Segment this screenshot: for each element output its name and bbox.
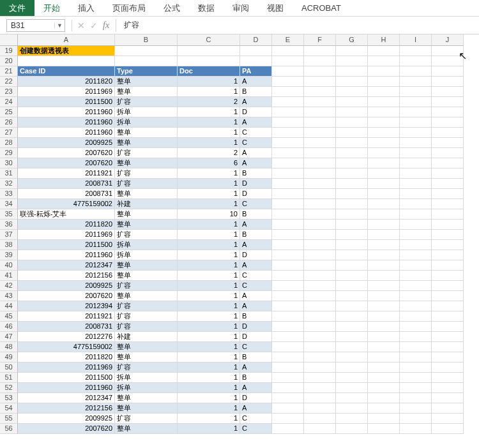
cell[interactable]	[304, 107, 336, 117]
cell[interactable]	[336, 128, 368, 138]
cell[interactable]	[240, 56, 272, 66]
cell[interactable]	[368, 117, 400, 128]
cell-pa[interactable]: B	[240, 230, 272, 240]
cell-case-id[interactable]: 2012394	[18, 301, 115, 311]
cell-doc[interactable]: 1	[178, 117, 240, 128]
cell-doc[interactable]: 1	[178, 189, 240, 199]
cell-pa[interactable]: A	[240, 362, 272, 373]
row-header[interactable]: 20	[0, 56, 18, 66]
row-header[interactable]: 52	[0, 383, 18, 393]
cell-pa[interactable]: A	[240, 240, 272, 250]
cell[interactable]	[336, 311, 368, 322]
row-header[interactable]: 40	[0, 260, 18, 271]
cell[interactable]	[304, 138, 336, 148]
cell[interactable]	[336, 87, 368, 97]
cell[interactable]	[432, 87, 464, 97]
row-header[interactable]: 47	[0, 332, 18, 342]
fx-icon[interactable]: fx	[103, 20, 109, 31]
cell[interactable]	[368, 424, 400, 434]
cell[interactable]	[400, 107, 432, 117]
cell[interactable]	[304, 332, 336, 342]
cell[interactable]	[304, 250, 336, 260]
row-header[interactable]: 24	[0, 97, 18, 107]
cell[interactable]	[304, 383, 336, 393]
cell[interactable]	[432, 271, 464, 281]
cell[interactable]	[115, 56, 178, 66]
cell-type[interactable]: 补建	[115, 332, 178, 342]
cell[interactable]	[368, 56, 400, 66]
cell[interactable]	[400, 332, 432, 342]
cell[interactable]	[400, 291, 432, 301]
cell[interactable]	[400, 117, 432, 128]
cell-doc[interactable]: 1	[178, 179, 240, 189]
cell[interactable]	[432, 332, 464, 342]
cell-case-id[interactable]: 2011960	[18, 107, 115, 117]
cell[interactable]	[304, 97, 336, 107]
cell[interactable]	[272, 322, 304, 332]
cell-pa[interactable]: D	[240, 250, 272, 260]
cell[interactable]	[336, 342, 368, 352]
cell[interactable]	[400, 383, 432, 393]
cell-case-id[interactable]: 2007620	[18, 424, 115, 434]
cell[interactable]	[304, 342, 336, 352]
cell-pa[interactable]: B	[240, 311, 272, 322]
cell[interactable]	[272, 240, 304, 250]
cell[interactable]	[272, 271, 304, 281]
cell[interactable]	[400, 168, 432, 179]
cell[interactable]	[400, 148, 432, 158]
cell-pa[interactable]: A	[240, 383, 272, 393]
cell[interactable]	[368, 352, 400, 362]
cell[interactable]	[400, 179, 432, 189]
cell-case-id[interactable]: 2007620	[18, 148, 115, 158]
cell[interactable]	[368, 179, 400, 189]
column-header[interactable]: A	[18, 34, 115, 46]
cell-pa[interactable]: C	[240, 414, 272, 424]
ribbon-tab[interactable]: 数据	[189, 0, 224, 16]
cell[interactable]	[304, 301, 336, 311]
cell-case-id[interactable]: 2007620	[18, 158, 115, 168]
cell[interactable]	[368, 301, 400, 311]
cell[interactable]	[304, 168, 336, 179]
cell[interactable]	[368, 271, 400, 281]
cell-pa[interactable]: D	[240, 189, 272, 199]
cell-doc[interactable]: 1	[178, 403, 240, 414]
cell-doc[interactable]: 1	[178, 271, 240, 281]
cell-type[interactable]: 整单	[115, 260, 178, 271]
cell[interactable]	[272, 393, 304, 403]
row-header[interactable]: 26	[0, 117, 18, 128]
cell-case-id[interactable]: 2012276	[18, 332, 115, 342]
cell-pa[interactable]: B	[240, 168, 272, 179]
cell[interactable]	[400, 77, 432, 87]
cell[interactable]	[432, 383, 464, 393]
cell[interactable]	[368, 322, 400, 332]
column-header[interactable]: G	[336, 34, 368, 46]
cell[interactable]	[272, 117, 304, 128]
row-header[interactable]: 49	[0, 352, 18, 362]
cell[interactable]	[400, 352, 432, 362]
cell-type[interactable]: 整单	[115, 271, 178, 281]
cell[interactable]	[304, 158, 336, 168]
cell[interactable]	[304, 199, 336, 209]
cell[interactable]	[400, 250, 432, 260]
cell-type[interactable]: 整单	[115, 291, 178, 301]
column-header[interactable]: H	[368, 34, 400, 46]
cell[interactable]	[432, 138, 464, 148]
row-header[interactable]: 19	[0, 46, 18, 56]
cell-doc[interactable]: 1	[178, 77, 240, 87]
cell[interactable]	[272, 424, 304, 434]
row-header[interactable]: 31	[0, 168, 18, 179]
cell-pa[interactable]: A	[240, 260, 272, 271]
cell[interactable]	[336, 383, 368, 393]
cell[interactable]	[272, 403, 304, 414]
cell[interactable]	[272, 46, 304, 56]
cell[interactable]	[336, 46, 368, 56]
cell[interactable]	[400, 220, 432, 230]
cell-type[interactable]: 整单	[115, 220, 178, 230]
row-header[interactable]: 21	[0, 66, 18, 77]
row-header[interactable]: 28	[0, 138, 18, 148]
cell[interactable]	[400, 301, 432, 311]
cell[interactable]	[304, 281, 336, 291]
cell-case-id[interactable]: 2011969	[18, 362, 115, 373]
cell-case-id[interactable]: 2008731	[18, 189, 115, 199]
cell-pa[interactable]: D	[240, 322, 272, 332]
